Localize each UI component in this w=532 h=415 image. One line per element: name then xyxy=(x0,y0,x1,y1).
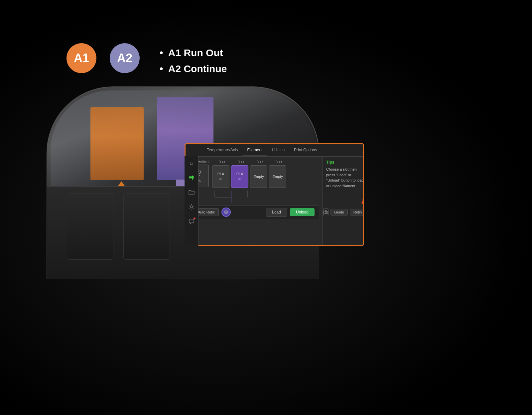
unload-button[interactable]: Unload xyxy=(290,208,315,216)
slot-a3-label: A3 xyxy=(254,160,263,165)
folder-icon[interactable] xyxy=(187,188,196,197)
settings-icon[interactable] xyxy=(187,202,196,211)
heat-indicator: 🌡 xyxy=(326,199,363,206)
panel-main: Spool Holder ? ? ✎ A1 xyxy=(186,157,323,245)
filament-slot-a2: A2 PLA 👁 xyxy=(231,160,248,188)
svg-point-8 xyxy=(191,206,193,208)
badge-a1: A1 xyxy=(66,43,96,73)
load-button[interactable]: Load xyxy=(266,208,287,216)
a1-rotate-icon xyxy=(216,160,221,165)
slot-a1-content: PLA xyxy=(217,172,224,176)
cylinder-right xyxy=(123,193,170,260)
a3-rotate-icon xyxy=(254,160,259,165)
slot-a1-eye[interactable]: 👁 xyxy=(219,177,223,182)
status-line-2: • A2 Continue xyxy=(160,61,227,77)
a2-rotate-icon xyxy=(235,160,240,165)
svg-point-16 xyxy=(225,211,227,213)
slot-a2-eye[interactable]: 👁 xyxy=(238,177,242,182)
panel-content: Spool Holder ? ? ✎ A1 xyxy=(186,157,363,245)
printer-internals xyxy=(67,193,170,260)
tips-text: Choose a slot then press "Load" or "Unlo… xyxy=(326,167,363,189)
bottom-bar: Auto Refill Load Unload xyxy=(190,205,319,219)
svg-point-18 xyxy=(325,212,327,213)
tips-panel: Tips Choose a slot then press "Load" or … xyxy=(323,157,363,245)
spool-section: Spool Holder ? ? ✎ A1 xyxy=(190,160,319,188)
slot-a3-content: Empty xyxy=(253,175,264,179)
info-icon: ? xyxy=(208,160,209,163)
filament-slot-a3: A3 Empty xyxy=(250,160,267,188)
slot-a2-label: A2 xyxy=(235,160,244,165)
retry-button[interactable]: Retry xyxy=(350,209,363,215)
slot-card-a2[interactable]: PLA 👁 xyxy=(231,165,248,188)
home-icon[interactable]: ⌂ xyxy=(187,158,196,168)
cylinder-left xyxy=(67,193,113,260)
filament-slots: A1 PLA 👁 A2 PLA xyxy=(212,160,286,188)
connection-lines xyxy=(192,191,319,203)
slot-a4-content: Empty xyxy=(272,175,283,179)
tips-title: Tips xyxy=(326,160,363,165)
slot-a2-content: PLA xyxy=(236,172,243,176)
filament-slot-a1: A1 PLA 👁 xyxy=(212,160,229,188)
status-text: • A1 Run Out • A2 Continue xyxy=(160,43,227,77)
svg-point-5 xyxy=(190,177,191,178)
spool-left xyxy=(90,107,144,180)
filament-icon xyxy=(221,208,231,217)
filament-slot-a4: A4 Empty xyxy=(269,160,286,188)
slot-card-a4[interactable]: Empty xyxy=(269,165,286,188)
guide-button[interactable]: Guide xyxy=(331,209,347,215)
camera-icon[interactable] xyxy=(323,208,329,216)
tune-icon[interactable] xyxy=(187,173,196,182)
svg-point-7 xyxy=(192,178,193,180)
slot-card-a1[interactable]: PLA 👁 xyxy=(212,165,229,188)
tab-print-options[interactable]: Print Options xyxy=(289,144,322,156)
a4-rotate-icon xyxy=(273,160,278,165)
badge-a2: A2 xyxy=(110,43,140,73)
status-line-1: • A1 Run Out xyxy=(160,45,227,61)
tab-temperature-axis[interactable]: Temperature/Axis xyxy=(202,144,242,156)
ui-panel: Temperature/Axis Filament Utilities Prin… xyxy=(185,143,364,246)
sidebar: ⌂ xyxy=(185,156,199,246)
panel-footer: Guide Retry xyxy=(326,208,363,216)
slot-a4-label: A4 xyxy=(273,160,282,165)
status-section: A1 A2 • A1 Run Out • A2 Continue xyxy=(66,43,227,77)
slot-a1-label: A1 xyxy=(216,160,225,165)
tab-bar: Temperature/Axis Filament Utilities Prin… xyxy=(186,144,363,157)
chat-icon[interactable] xyxy=(187,217,196,226)
tab-filament[interactable]: Filament xyxy=(242,144,267,156)
slot-card-a3[interactable]: Empty xyxy=(250,165,267,188)
tab-utilities[interactable]: Utilities xyxy=(267,144,289,156)
connection-area xyxy=(192,191,319,203)
svg-point-3 xyxy=(192,176,193,177)
